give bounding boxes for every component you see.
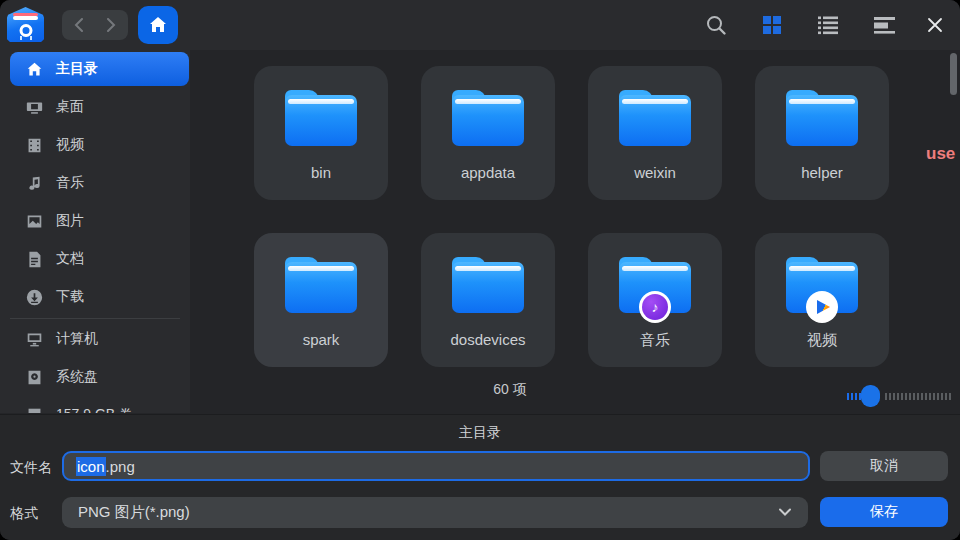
sidebar-item-music[interactable]: 音乐 [10, 166, 189, 200]
close-button[interactable] [922, 12, 948, 38]
slider-handle[interactable] [861, 385, 880, 407]
detail-view-icon [873, 15, 895, 35]
file-save-dialog-window: 主目录 桌面 视频 音乐 图片 [0, 0, 960, 540]
folder-tile-bin[interactable]: bin [254, 66, 388, 200]
home-button[interactable] [138, 6, 178, 44]
format-selected-value: PNG 图片(*.png) [78, 503, 190, 522]
format-select[interactable]: PNG 图片(*.png) [62, 497, 808, 528]
sidebar-divider [10, 318, 180, 319]
sidebar-item-documents[interactable]: 文档 [10, 242, 189, 276]
slider-filled-track [847, 393, 861, 400]
sidebar-item-label: 音乐 [56, 174, 84, 192]
filename-input[interactable]: icon.png [62, 451, 810, 481]
folder-label: dosdevices [425, 331, 551, 348]
volume-icon [25, 406, 43, 413]
folder-icon [452, 90, 524, 146]
grid-view-button[interactable] [759, 12, 785, 38]
app-logo-legs [20, 36, 32, 40]
disk-icon [25, 368, 43, 386]
chevron-down-icon [778, 505, 792, 522]
vertical-scrollbar-thumb[interactable] [950, 53, 957, 95]
folder-icon [452, 257, 524, 313]
cancel-button[interactable]: 取消 [820, 451, 948, 481]
sidebar-item-videos[interactable]: 视频 [10, 128, 189, 162]
music-note-icon [25, 174, 43, 192]
sidebar: 主目录 桌面 视频 音乐 图片 [0, 50, 190, 413]
download-icon [25, 288, 43, 306]
folder-label: helper [759, 164, 885, 181]
folder-label: 音乐 [592, 331, 718, 350]
sidebar-item-home[interactable]: 主目录 [10, 52, 189, 86]
folder-grid-view: bin appdata weixin helper spark dosdevic… [190, 50, 960, 413]
folder-label: spark [258, 331, 384, 348]
close-icon [927, 17, 943, 33]
file-manager-app-icon [7, 7, 44, 42]
sidebar-item-computer[interactable]: 计算机 [10, 322, 189, 356]
back-button[interactable] [62, 10, 95, 40]
folder-icon [786, 90, 858, 146]
filename-extension-text: .png [106, 458, 135, 475]
folder-icon [285, 90, 357, 146]
sidebar-item-label: 157.9 GB 卷 [56, 406, 133, 413]
filename-label: 文件名 [10, 459, 52, 477]
navigation-buttons [62, 10, 128, 40]
folder-tile-videos[interactable]: 视频 [755, 233, 889, 367]
sidebar-item-label: 视频 [56, 136, 84, 154]
folder-icon [619, 90, 691, 146]
sidebar-item-label: 系统盘 [56, 368, 98, 386]
title-bar [0, 0, 960, 50]
video-badge-icon [806, 291, 838, 323]
sidebar-item-label: 计算机 [56, 330, 98, 348]
sidebar-item-system-disk[interactable]: 系统盘 [10, 360, 189, 394]
folder-label: bin [258, 164, 384, 181]
grid-view-icon [762, 15, 782, 35]
sidebar-item-pictures[interactable]: 图片 [10, 204, 189, 238]
search-icon [705, 14, 727, 36]
computer-icon [25, 330, 43, 348]
sidebar-item-label: 图片 [56, 212, 84, 230]
folder-tile-spark[interactable]: spark [254, 233, 388, 367]
document-icon [25, 250, 43, 268]
sidebar-item-label: 下载 [56, 288, 84, 306]
sidebar-item-label: 主目录 [56, 60, 98, 78]
app-logo-stripe [13, 16, 38, 20]
sidebar-item-downloads[interactable]: 下载 [10, 280, 189, 314]
music-badge-icon: ♪ [639, 291, 671, 323]
picture-icon [25, 212, 43, 230]
film-icon [25, 136, 43, 154]
slider-empty-track [885, 393, 953, 400]
folder-label: weixin [592, 164, 718, 181]
folder-icon [285, 257, 357, 313]
folder-label: appdata [425, 164, 551, 181]
sidebar-item-label: 桌面 [56, 98, 84, 116]
sidebar-item-volume[interactable]: 157.9 GB 卷 [10, 398, 189, 413]
desktop-icon [25, 98, 43, 116]
filename-selected-text: icon [76, 457, 106, 476]
sidebar-item-desktop[interactable]: 桌面 [10, 90, 189, 124]
chevron-right-icon [107, 18, 116, 32]
list-view-icon [817, 15, 839, 35]
save-button[interactable]: 保存 [820, 497, 948, 527]
current-location-label: 主目录 [0, 424, 960, 442]
folder-label: 视频 [759, 331, 885, 350]
detail-view-button[interactable] [871, 12, 897, 38]
home-icon [148, 15, 168, 35]
watermark-text: use [926, 144, 960, 164]
list-view-button[interactable] [815, 12, 841, 38]
chevron-left-icon [74, 18, 83, 32]
home-icon [25, 60, 43, 78]
video-folder-icon [786, 257, 858, 313]
folder-tile-weixin[interactable]: weixin [588, 66, 722, 200]
forward-button[interactable] [95, 10, 128, 40]
save-dialog-footer: 主目录 文件名 icon.png 取消 格式 PNG 图片(*.png) 保存 [0, 414, 960, 540]
search-button[interactable] [703, 12, 729, 38]
folder-tile-helper[interactable]: helper [755, 66, 889, 200]
music-folder-icon: ♪ [619, 257, 691, 313]
format-label: 格式 [10, 505, 38, 523]
icon-size-slider[interactable] [847, 385, 953, 407]
folder-tile-music[interactable]: ♪ 音乐 [588, 233, 722, 367]
folder-tile-appdata[interactable]: appdata [421, 66, 555, 200]
item-count-label: 60 项 [460, 381, 560, 399]
folder-tile-dosdevices[interactable]: dosdevices [421, 233, 555, 367]
sidebar-item-label: 文档 [56, 250, 84, 268]
